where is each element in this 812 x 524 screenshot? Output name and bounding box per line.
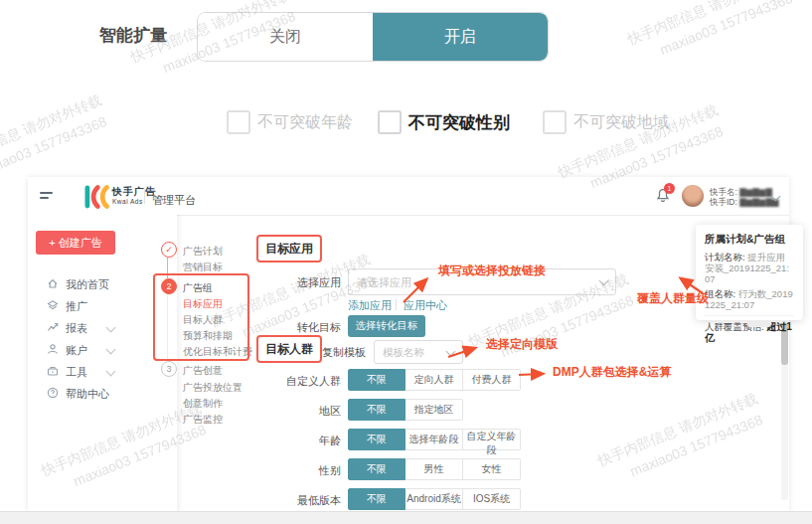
- sidebar-item-label: 帮助中心: [66, 387, 109, 402]
- region-options: 不限 指定地区: [348, 399, 463, 421]
- annotation-dmp: DMP人群包选择&运算: [553, 364, 671, 381]
- step-ad-plan[interactable]: 广告计划: [183, 245, 223, 259]
- toggle-off-button[interactable]: 关闭: [198, 13, 373, 61]
- step-budget-schedule[interactable]: 预算和排期: [183, 329, 233, 343]
- step-target-audience[interactable]: 目标人群: [183, 313, 223, 327]
- smart-expansion-label: 智能扩量: [99, 24, 167, 47]
- sidebar-item-tools[interactable]: 工具: [36, 364, 169, 380]
- segment-option[interactable]: 不限: [348, 429, 406, 450]
- chevron-down-icon: [106, 367, 116, 377]
- annotation-coverage: 覆盖人群量级: [637, 290, 709, 307]
- sidebar-item-label: 工具: [66, 365, 87, 380]
- step-creative-production[interactable]: 创意制作: [183, 397, 223, 411]
- section-title-target-audience: 目标人群: [256, 335, 322, 363]
- section-title-target-app: 目标应用: [256, 235, 322, 262]
- step2-number: 2: [161, 278, 177, 294]
- segment-option[interactable]: 选择年龄段: [406, 429, 463, 450]
- link-divider: [396, 299, 397, 310]
- step-ad-monitoring[interactable]: 广告监控: [183, 413, 223, 427]
- step-target-app[interactable]: 目标应用: [183, 297, 223, 311]
- steps-connector-done: [167, 258, 168, 278]
- kwai-ads-logo-icon: [83, 184, 109, 210]
- min-version-label: 最低版本: [256, 493, 341, 508]
- layers-icon: [47, 299, 59, 311]
- custom-audience-options: 不限 定向人群 付费人群: [348, 369, 521, 391]
- min-version-options: 不限 Android系统 IOS系统: [348, 488, 521, 510]
- step-marketing-goal[interactable]: 营销目标: [183, 261, 223, 274]
- notification-badge: 1: [664, 183, 675, 194]
- region-checkbox[interactable]: [543, 110, 567, 134]
- page-footer-strip: [0, 511, 812, 524]
- account-name-value: ▇▆▇▆▇: [739, 187, 772, 197]
- step3-number: 3: [161, 361, 177, 377]
- age-checkbox-label: 不可突破年龄: [257, 112, 353, 133]
- sidebar-item-home[interactable]: 我的首页: [36, 276, 169, 292]
- segment-option[interactable]: 指定地区: [406, 399, 463, 421]
- checkbox-group-gender: 不可突破性别: [378, 110, 547, 134]
- sidebar-item-account[interactable]: 账户: [36, 342, 169, 358]
- checkbox-group-age: 不可突破年龄: [227, 110, 386, 134]
- step-optimization-billing[interactable]: 优化目标和计费: [183, 345, 252, 359]
- segment-option[interactable]: Android系统: [406, 488, 463, 510]
- segment-option[interactable]: 定向人群: [406, 369, 463, 391]
- segment-option[interactable]: 自定义年龄段: [463, 429, 521, 450]
- region-label: 地区: [256, 404, 341, 419]
- sidebar: [28, 215, 177, 511]
- chart-icon: [47, 321, 59, 333]
- logo-wordmark: 快手广告 Kwai Ads: [112, 187, 156, 207]
- smart-expansion-toggle: 关闭 开启: [197, 12, 549, 62]
- segment-option[interactable]: 不限: [348, 399, 406, 421]
- toolbox-icon: [47, 365, 59, 377]
- step1-check-icon: ✓: [161, 242, 177, 258]
- age-options: 不限 选择年龄段 自定义年龄段: [348, 429, 521, 450]
- app-center-link[interactable]: 应用中心: [404, 298, 447, 313]
- select-app-placeholder: 请选择应用: [357, 275, 411, 290]
- checkbox-group-region: 不可突破地域: [543, 110, 702, 134]
- segment-option[interactable]: 不限: [348, 458, 406, 480]
- add-app-link[interactable]: 添加应用: [348, 298, 392, 313]
- age-checkbox[interactable]: [227, 110, 250, 134]
- segment-option[interactable]: 不限: [348, 369, 406, 391]
- segment-option[interactable]: 不限: [348, 488, 406, 510]
- select-conversion-goal-button[interactable]: 选择转化目标: [348, 315, 425, 337]
- step-ad-group[interactable]: 广告组: [183, 281, 213, 295]
- account-name-label: 快手名:: [710, 187, 737, 197]
- template-select-placeholder: 模板名称: [383, 346, 424, 360]
- segment-option[interactable]: 付费人群: [463, 369, 521, 391]
- template-select[interactable]: 模板名称: [374, 340, 463, 364]
- portal-title: 管理平台: [152, 193, 196, 208]
- select-app-label: 选择应用: [256, 275, 341, 290]
- segment-option[interactable]: IOS系统: [463, 488, 521, 510]
- gender-label: 性别: [256, 463, 341, 478]
- avatar[interactable]: [682, 185, 704, 207]
- sidebar-item-label: 我的首页: [66, 277, 109, 292]
- user-icon: [47, 343, 59, 355]
- logo-subtitle: Kwai Ads: [112, 197, 156, 207]
- sidebar-item-reports[interactable]: 报表: [36, 320, 169, 336]
- step-placement[interactable]: 广告投放位置: [183, 381, 243, 395]
- panel-collapse-handle[interactable]: [747, 320, 771, 327]
- sidebar-item-promotion[interactable]: 推广: [36, 298, 169, 314]
- create-ad-button[interactable]: + 创建广告: [36, 231, 115, 255]
- help-icon: [47, 387, 59, 399]
- account-info[interactable]: 快手名: ▇▆▇▆▇ 快手ID: ▇▆▇▆▇▆: [710, 187, 778, 207]
- segment-option[interactable]: 男性: [406, 458, 463, 480]
- step-ad-creative[interactable]: 广告创意: [183, 364, 223, 378]
- panel-title: 所属计划&广告组: [705, 233, 794, 247]
- menu-collapse-icon[interactable]: [40, 192, 53, 201]
- segment-option[interactable]: 女性: [463, 458, 521, 480]
- gender-checkbox[interactable]: [378, 110, 402, 134]
- account-id-label: 快手ID:: [710, 197, 737, 207]
- header-divider: [144, 189, 145, 204]
- sidebar-item-help[interactable]: 帮助中心: [36, 386, 169, 402]
- annotation-select-template: 选择定向模版: [486, 336, 558, 353]
- plan-name-label: 计划名称:: [705, 252, 745, 262]
- custom-audience-label: 自定义人群: [256, 374, 341, 389]
- toggle-on-button[interactable]: 开启: [373, 13, 548, 61]
- sidebar-item-label: 报表: [66, 321, 87, 336]
- gender-options: 不限 男性 女性: [348, 458, 521, 480]
- home-icon: [47, 277, 59, 289]
- age-label: 年龄: [256, 434, 341, 448]
- conversion-goal-label: 转化目标: [256, 320, 341, 335]
- plan-info-panel: 所属计划&广告组 计划名称: 提升应用安装_20191225_21:07 组名称…: [696, 225, 803, 320]
